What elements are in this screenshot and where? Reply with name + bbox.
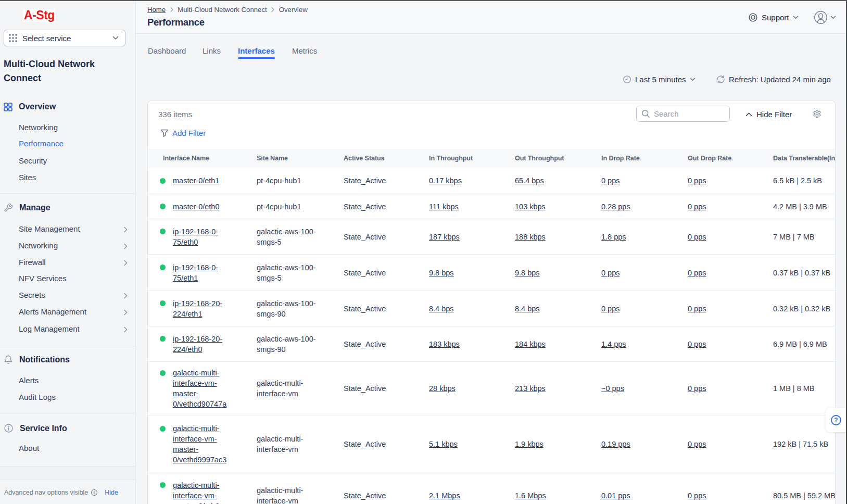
svg-text:?: ? bbox=[834, 417, 838, 424]
